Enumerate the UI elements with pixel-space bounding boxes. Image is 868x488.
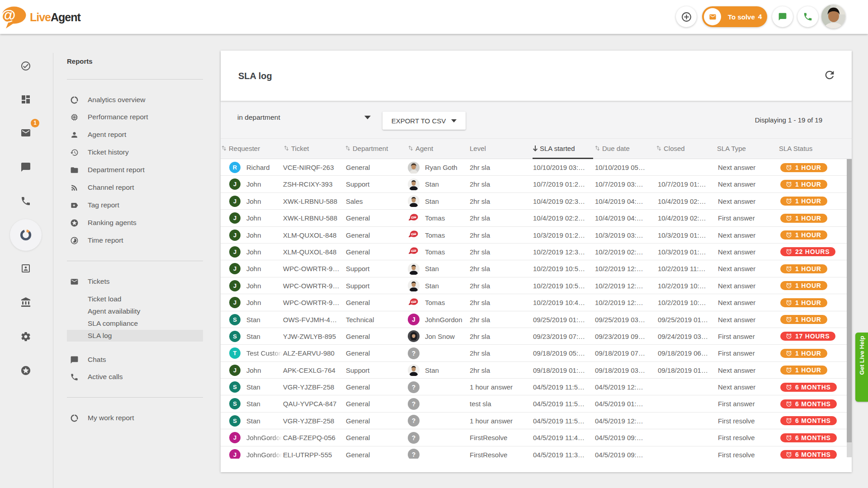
svg-text:@: @ <box>1 6 16 23</box>
